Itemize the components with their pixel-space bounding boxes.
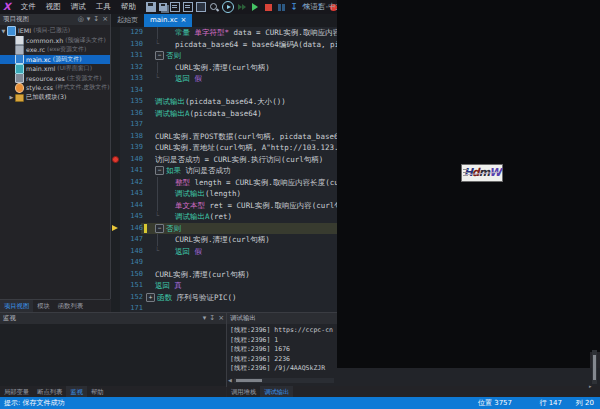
fold-closed-icon[interactable]: + [146, 293, 155, 302]
run-icon[interactable] [250, 2, 260, 12]
code-text: CURL实例.清理(curl句柄) [175, 62, 270, 74]
debug-hscrollbar-thumb[interactable] [236, 379, 262, 382]
pause-icon[interactable] [276, 2, 286, 12]
line-number: 131 [120, 50, 143, 62]
tree-item-note: (样式文件,皮肤文件) [55, 83, 110, 92]
captcha-letter: d [472, 166, 479, 180]
line-number: 137 [120, 119, 143, 131]
code-text: 调试输出A(ret) [175, 211, 232, 223]
status-message: 提示: 保存文件成功 [4, 397, 65, 409]
pin-icon[interactable]: ↧ [93, 14, 99, 25]
project-tab-项目视图[interactable]: 项目视图 [0, 300, 33, 312]
watch-panel: 监视 ▾↧× [0, 312, 227, 387]
code-text: 访问是否成功 = CURL实例.执行访问(curl句柄) [155, 154, 323, 166]
captcha-letter: H [464, 166, 472, 180]
save-all-icon[interactable] [159, 3, 167, 11]
code-text: CURL实例.清理(curl句柄) [155, 269, 250, 281]
tree-item-main.xml[interactable]: main.xml(UI界面窗口) [0, 64, 110, 74]
tree-item-exe.rc[interactable]: exe.rc(exe资源文件) [0, 45, 110, 55]
tab-起始页[interactable]: 起始页 [111, 14, 144, 27]
indent-guide [157, 27, 158, 39]
tree-item-common.xh[interactable]: common.xh(预编译头文件) [0, 36, 110, 46]
expander-icon[interactable]: ▼ [0, 28, 7, 34]
template-icon[interactable] [196, 2, 206, 12]
debug-vscrollbar-thumb[interactable] [593, 355, 596, 380]
step-into-icon[interactable] [289, 2, 299, 12]
menu-tools[interactable]: 工具 [91, 0, 116, 14]
close-icon[interactable]: × [102, 14, 108, 25]
project-panel-header: 项目视图 ◎▾↧× [0, 14, 110, 25]
code-text: −如果 访问是否成功 [155, 165, 231, 177]
watch-tab-断点列表[interactable]: 断点列表 [33, 386, 66, 398]
tree-item-label: main.xc [26, 56, 51, 63]
tree-root-label: IEMI [18, 27, 31, 34]
tree-item-label: 已加载模块(3) [26, 93, 66, 102]
tree-item-style.css[interactable]: style.css(样式文件,皮肤文件) [0, 83, 110, 93]
edit-icon[interactable] [183, 2, 193, 12]
menu-debug[interactable]: 调试 [66, 0, 91, 14]
res-file-icon [15, 74, 24, 84]
save-icon[interactable] [146, 2, 156, 12]
tab-label: main.xc [150, 14, 178, 27]
dropdown-icon[interactable]: ▾ [203, 313, 207, 324]
close-icon[interactable]: × [181, 14, 187, 27]
tab-label: 起始页 [117, 14, 138, 27]
code-text: 返回 真 [155, 280, 182, 292]
captcha-letter: W [489, 166, 500, 180]
tree-item-note: (exe资源文件) [47, 45, 86, 54]
app-logo-icon: X [3, 0, 11, 14]
tree-item-resource.res[interactable]: resource.res(主资源文件) [0, 74, 110, 84]
continue-icon[interactable] [237, 2, 247, 12]
debug-hscrollbar[interactable]: ◀ [228, 377, 348, 383]
status-bar: 提示: 保存文件成功 位置 3757 行 147 列 20 [0, 397, 600, 409]
pin-icon[interactable]: ↧ [209, 313, 215, 324]
dropdown-icon[interactable]: ▾ [87, 14, 91, 25]
fold-open-icon[interactable]: − [155, 51, 164, 60]
watch-tab-局部变量[interactable]: 局部变量 [0, 386, 33, 398]
fold-open-icon[interactable]: − [155, 224, 164, 233]
project-tab-模块[interactable]: 模块 [33, 300, 54, 312]
line-number: 147 [120, 234, 143, 246]
watch-tab-帮助[interactable]: 帮助 [87, 386, 108, 398]
tab-main.xc[interactable]: main.xc× [144, 14, 192, 27]
indent-guide [157, 177, 158, 189]
debugged-app-window[interactable]: HdmW [337, 0, 600, 355]
compile-run-icon[interactable] [222, 1, 234, 13]
line-number: 152 [120, 292, 143, 304]
code-text: 单文本型 ret = CURL实例.取响应内容(curl句柄) [175, 200, 354, 212]
menu-view[interactable]: 视图 [41, 0, 66, 14]
stop-icon[interactable] [263, 2, 273, 12]
fold-open-icon[interactable]: − [155, 166, 164, 175]
options-icon[interactable]: ◎ [78, 14, 84, 25]
project-tab-函数列表[interactable]: 函数列表 [54, 300, 87, 312]
indent-corner: └ [155, 73, 159, 85]
code-text: 调试输出(picdata_base64.大小()) [155, 96, 286, 108]
debug-tab-调用堆栈[interactable]: 调用堆栈 [227, 386, 260, 398]
debug-tab-调试输出[interactable]: 调试输出 [260, 386, 293, 398]
tree-root-note: (项目-已激活) [33, 26, 70, 35]
debug-vscrollbar[interactable] [592, 350, 597, 384]
tree-item-label: common.xh [26, 37, 63, 44]
reload-icon[interactable] [170, 2, 180, 12]
watch-bottom-tabs: 局部变量断点列表监视帮助 [0, 386, 226, 397]
project-bottom-tabs: 项目视图模块函数列表 [0, 299, 110, 312]
code-text: 调试输出A(picdata_base64) [155, 108, 262, 120]
tree-item-label: exe.rc [26, 46, 45, 53]
tree-item-label: main.xml [26, 65, 55, 72]
close-icon[interactable]: × [218, 313, 224, 324]
debug-vscroll-arrow[interactable]: ▸ [589, 383, 592, 389]
search-icon[interactable] [209, 2, 219, 12]
resource-script-icon [15, 45, 24, 55]
line-number: 141 [120, 165, 143, 177]
breakpoint-icon[interactable] [112, 156, 119, 163]
status-position: 位置 3757 [478, 397, 512, 409]
tree-item-main.xc[interactable]: main.xc(源码文件) [0, 55, 110, 65]
expander-icon[interactable]: ▶ [8, 94, 15, 100]
tree-root[interactable]: ▼IEMI(项目-已激活) [0, 26, 110, 36]
tree-item-已加载模块(3)[interactable]: ▶已加载模块(3) [0, 93, 110, 103]
menu-help[interactable]: 帮助 [116, 0, 141, 14]
ide-window: X 文件 视图 调试 工具 帮助 炫语言-中文编 项目视图 ◎▾↧× ▼IEMI… [0, 0, 600, 409]
code-text: 返回 假 [175, 246, 202, 258]
menu-file[interactable]: 文件 [16, 0, 41, 14]
watch-tab-监视[interactable]: 监视 [66, 386, 87, 398]
